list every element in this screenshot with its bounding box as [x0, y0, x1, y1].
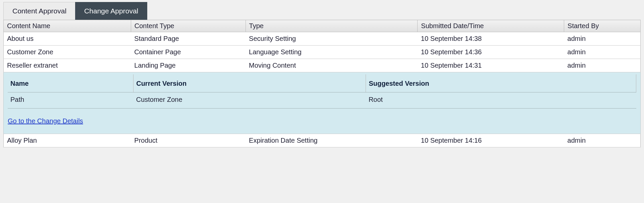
tab-content-approval[interactable]: Content Approval	[3, 2, 75, 20]
cell-content-type: Product	[131, 134, 246, 147]
table-row[interactable]: Customer Zone Container Page Language Se…	[4, 46, 641, 59]
table-header-row: Content Name Content Type Type Submitted…	[4, 20, 641, 32]
table-row[interactable]: About us Standard Page Security Setting …	[4, 32, 641, 46]
cell-content-type: Container Page	[131, 46, 246, 59]
col-content-type[interactable]: Content Type	[131, 20, 246, 32]
cell-type: Security Setting	[246, 32, 418, 46]
cell-type: Expiration Date Setting	[246, 134, 418, 147]
detail-cell-name: Path	[8, 92, 133, 109]
cell-content-name: Customer Zone	[4, 46, 131, 59]
cell-content-name: About us	[4, 32, 131, 46]
detail-col-name: Name	[8, 74, 133, 92]
detail-row: Name Current Version Suggested Version P…	[4, 72, 641, 134]
detail-panel: Name Current Version Suggested Version P…	[4, 72, 640, 134]
detail-col-current: Current Version	[133, 74, 366, 92]
detail-table: Name Current Version Suggested Version P…	[8, 74, 636, 109]
detail-col-suggested: Suggested Version	[366, 74, 636, 92]
detail-cell-suggested: Root	[366, 92, 636, 109]
cell-submitted: 10 September 14:38	[418, 32, 564, 46]
approval-table: Content Name Content Type Type Submitted…	[3, 20, 641, 147]
cell-submitted: 10 September 14:16	[418, 134, 564, 147]
cell-content-name: Alloy Plan	[4, 134, 131, 147]
approval-panel: Content Approval Change Approval Content…	[3, 2, 641, 147]
table-row[interactable]: Reseller extranet Landing Page Moving Co…	[4, 59, 641, 72]
table-row[interactable]: Alloy Plan Product Expiration Date Setti…	[4, 134, 641, 147]
tab-change-approval[interactable]: Change Approval	[75, 2, 147, 20]
cell-submitted: 10 September 14:36	[418, 46, 564, 59]
cell-content-type: Standard Page	[131, 32, 246, 46]
cell-submitted: 10 September 14:31	[418, 59, 564, 72]
detail-cell-current: Customer Zone	[133, 92, 366, 109]
change-details-link[interactable]: Go to the Change Details	[8, 117, 83, 125]
cell-content-name: Reseller extranet	[4, 59, 131, 72]
cell-started-by: admin	[564, 32, 641, 46]
cell-started-by: admin	[564, 46, 641, 59]
cell-started-by: admin	[564, 134, 641, 147]
cell-type: Language Setting	[246, 46, 418, 59]
col-type[interactable]: Type	[246, 20, 418, 32]
cell-type: Moving Content	[246, 59, 418, 72]
tab-bar: Content Approval Change Approval	[3, 2, 641, 20]
col-content-name[interactable]: Content Name	[4, 20, 131, 32]
cell-started-by: admin	[564, 59, 641, 72]
detail-data-row: Path Customer Zone Root	[8, 92, 636, 109]
col-submitted[interactable]: Submitted Date/Time	[418, 20, 564, 32]
cell-content-type: Landing Page	[131, 59, 246, 72]
col-started-by[interactable]: Started By	[564, 20, 641, 32]
